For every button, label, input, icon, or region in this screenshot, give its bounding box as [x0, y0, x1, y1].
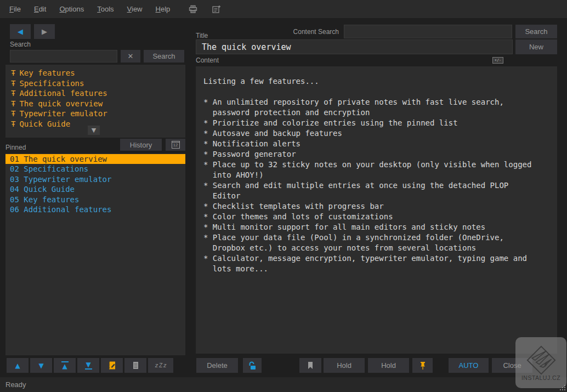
list-item[interactable]: ŦThe quick overview	[11, 99, 185, 109]
content-text: Listing a few features... * An unlimited…	[203, 76, 557, 274]
pin-icon: Ŧ	[11, 78, 15, 89]
calendar-button[interactable]: 12	[166, 139, 185, 151]
unlock-icon	[248, 361, 256, 370]
note-title: Specifications	[19, 79, 84, 88]
down-icon: ▼	[38, 362, 43, 369]
edit-note-icon	[107, 361, 116, 370]
history-button[interactable]: History	[120, 139, 162, 151]
bookmark-icon	[307, 361, 314, 370]
pinned-item[interactable]: 06 Additional features	[5, 204, 185, 214]
pinned-item[interactable]: 01 The quick overview	[5, 154, 185, 164]
plus-minus-icon[interactable]: +/-	[492, 57, 503, 64]
list-item[interactable]: ŦAdditional features	[11, 88, 185, 99]
menu-file[interactable]: File	[3, 5, 27, 13]
nav-forward-button[interactable]: ▶	[34, 24, 55, 39]
title-label: Title	[196, 32, 208, 39]
move-top-icon: ▲	[61, 361, 69, 370]
list-toolbar: ▲ ▼ ▲ ▼ zZz	[7, 358, 173, 373]
watermark-text: INSTALUJ.CZ	[521, 374, 560, 381]
list-item[interactable]: ŦTypewriter emulator	[11, 109, 185, 119]
bookmark-button[interactable]	[299, 358, 321, 373]
pin-icon: Ŧ	[11, 88, 15, 99]
pin-icon: Ŧ	[11, 109, 15, 119]
sleep-mode-button[interactable]: zZz	[148, 358, 173, 373]
watermark-badge: INSTALUJ.CZ	[515, 337, 566, 388]
menu-view[interactable]: View	[121, 5, 149, 13]
lock-button[interactable]	[243, 358, 262, 373]
pin-note-button[interactable]	[412, 358, 433, 373]
clear-search-button[interactable]: ✕	[121, 50, 140, 63]
hold-title-button[interactable]: Hold	[324, 358, 365, 373]
pin-icon: Ŧ	[11, 119, 15, 129]
pinned-item[interactable]: 05 Key features	[5, 195, 185, 204]
title-input[interactable]: The quick overview	[196, 39, 513, 54]
move-down-button[interactable]: ▼	[30, 358, 52, 373]
back-icon: ◀	[18, 27, 23, 36]
hold-content-button[interactable]: Hold	[368, 358, 409, 373]
note-title: Key features	[19, 69, 75, 77]
menu-help[interactable]: Help	[149, 5, 177, 13]
pinned-item[interactable]: 04 Quick Guide	[5, 184, 185, 194]
sleep-zzz-icon: zZz	[154, 362, 167, 369]
pinned-list: 01 The quick overview 02 Specifications …	[5, 154, 185, 355]
search-input[interactable]	[10, 50, 117, 63]
menu-edit[interactable]: Edit	[27, 5, 53, 13]
pinned-label: Pinned	[5, 144, 26, 151]
move-to-top-button[interactable]: ▲	[54, 358, 76, 373]
content-editor[interactable]: Listing a few features... * An unlimited…	[196, 66, 557, 354]
menu-bar: File Edit Options Tools View Help	[0, 0, 567, 18]
auto-button[interactable]: AUTO	[449, 358, 489, 373]
search-label: Search	[10, 41, 31, 48]
up-icon: ▲	[15, 362, 20, 369]
installuj-logo-icon	[526, 345, 557, 376]
search-button[interactable]: Search	[144, 50, 184, 63]
app-window: File Edit Options Tools View Help ◀ ▶ Se…	[0, 0, 567, 392]
print-icon[interactable]	[186, 3, 200, 15]
pinned-item[interactable]: 02 Specifications	[5, 164, 185, 174]
status-bar: Ready	[0, 377, 567, 392]
pin-icon: Ŧ	[11, 68, 15, 78]
content-search-label: Content Search	[247, 28, 339, 36]
calendar-icon: 12	[172, 141, 180, 149]
menu-options[interactable]: Options	[53, 5, 90, 13]
list-item[interactable]: ŦKey features	[11, 68, 185, 78]
delete-button[interactable]: Delete	[196, 358, 238, 373]
notepad-icon	[131, 361, 140, 370]
note-title: Typewriter emulator	[19, 109, 107, 118]
pinned-item[interactable]: 03 Typewriter emulator	[5, 174, 185, 184]
pin-icon: Ŧ	[11, 99, 15, 109]
forward-icon: ▶	[42, 27, 47, 36]
move-up-button[interactable]: ▲	[7, 358, 29, 373]
note-title: Quick Guide	[19, 120, 70, 128]
menu-tools[interactable]: Tools	[90, 5, 120, 13]
status-text: Ready	[5, 380, 26, 389]
pushpin-icon	[419, 361, 427, 370]
close-icon: ✕	[128, 52, 134, 60]
note-title: Additional features	[19, 89, 107, 98]
new-button[interactable]: New	[515, 39, 557, 54]
content-label: Content	[196, 56, 219, 64]
content-search-input[interactable]	[344, 25, 512, 38]
content-search-button[interactable]: Search	[515, 25, 557, 38]
expand-list-icon[interactable]: ▼	[88, 126, 100, 135]
list-item[interactable]: ŦSpecifications	[11, 78, 185, 89]
move-bottom-icon: ▼	[85, 361, 92, 370]
nav-back-button[interactable]: ◀	[10, 24, 31, 39]
new-note-icon[interactable]	[209, 3, 223, 15]
note-title: The quick overview	[19, 99, 103, 108]
copy-note-button[interactable]	[124, 358, 146, 373]
move-to-bottom-button[interactable]: ▼	[77, 358, 99, 373]
edit-note-button[interactable]	[101, 358, 123, 373]
